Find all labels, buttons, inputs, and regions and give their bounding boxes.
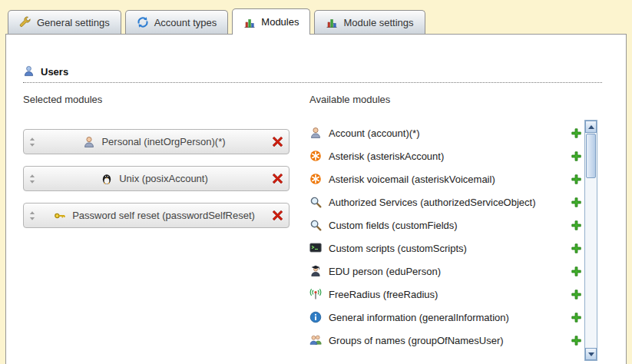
add-module-button[interactable] [571,290,581,299]
selected-module-row: Personal (inetOrgPerson)(*) [23,129,290,154]
selected-module-label: Unix (posixAccount) [119,173,208,184]
key-icon [54,210,66,222]
wrench-icon [19,16,31,28]
section-title: Users [41,66,68,78]
available-module-label: Custom scripts (customScripts) [329,243,467,254]
tab-bar: General settings Account types Modules [0,0,632,34]
tab-general-settings[interactable]: General settings [8,10,121,34]
available-module-label: Custom fields (customFields) [329,220,458,231]
scroll-up-button[interactable] [585,121,597,133]
available-modules-list: Account (account)(*) Asterisk (ast [309,120,581,361]
add-module-button[interactable] [571,220,581,230]
tab-label: General settings [37,17,110,28]
graduate-icon [309,265,322,277]
add-module-button[interactable] [571,313,581,323]
available-module-row: Custom fields (customFields) [309,213,581,237]
group-icon [309,334,322,346]
selected-module-row: Password self reset (passwordSelfReset) [23,203,290,228]
sync-icon [137,16,149,28]
selected-module: Password self reset (passwordSelfReset) [37,210,272,222]
magnifier-icon [309,196,322,208]
available-module-row: Asterisk voicemail (asteriskVoicemail) [309,167,581,190]
available-module-row: Authorized Services (authorizedServiceOb… [309,190,581,213]
remove-module-button[interactable] [272,210,283,221]
selected-module-label: Password self reset (passwordSelfReset) [72,210,255,221]
user-icon [23,65,35,78]
add-module-button[interactable] [571,266,581,276]
available-modules-column: Available modules Account (account)(*) [309,94,597,361]
add-module-button[interactable] [571,336,581,346]
tab-account-types[interactable]: Account types [125,10,229,34]
selected-module: Personal (inetOrgPerson)(*) [37,136,272,148]
chevron-down-icon [588,352,594,356]
available-module-row: FreeRadius (freeRadius) [309,283,581,306]
chevron-up-icon [588,125,594,129]
add-module-button[interactable] [571,151,581,161]
chart-icon [326,16,338,28]
available-module-label: Asterisk (asteriskAccount) [329,151,444,162]
asterisk-icon [309,173,322,185]
tab-modules[interactable]: Modules [232,8,310,35]
available-module-label: Asterisk voicemail (asteriskVoicemail) [329,174,495,185]
available-module-row: Asterisk (asteriskAccount) [309,144,581,167]
content-panel: Users Selected modules Personal (inetOr [5,34,627,364]
add-module-button[interactable] [571,243,581,253]
tab-label: Modules [261,16,299,28]
antenna-icon [309,288,322,300]
section-heading: Users [23,65,626,78]
tab-module-settings[interactable]: Module settings [314,10,425,34]
available-module-row: Custom scripts (customScripts) [309,237,581,260]
available-module-row: General information (generalInformation) [309,306,581,329]
available-module-row: EDU person (eduPerson) [309,260,581,283]
selected-modules-column: Selected modules Personal (inetOrgPerson… [23,94,309,361]
add-module-button[interactable] [571,174,581,184]
remove-module-button[interactable] [272,173,283,184]
selected-module-row: Unix (posixAccount) [23,166,290,191]
scroll-down-button[interactable] [585,348,597,360]
add-module-button[interactable] [571,197,581,207]
modules-columns: Selected modules Personal (inetOrgPerson… [23,94,597,361]
available-module-label: EDU person (eduPerson) [329,266,441,277]
magnifier-icon [309,219,322,231]
add-module-button[interactable] [571,128,581,138]
available-module-label: Account (account)(*) [329,127,420,139]
terminal-icon [309,242,322,254]
person-icon [309,127,322,139]
scrollbar-track[interactable] [585,179,597,348]
selected-module: Unix (posixAccount) [37,173,272,185]
asterisk-icon [309,150,322,162]
selected-module-label: Personal (inetOrgPerson)(*) [101,136,225,147]
available-module-label: FreeRadius (freeRadius) [329,289,438,300]
available-module-label: Groups of names (groupOfNamesUser) [329,335,504,346]
available-modules-heading: Available modules [309,94,597,106]
dotted-divider [23,81,602,83]
available-module-row: Account (account)(*) [309,121,581,144]
tab-label: Module settings [343,17,413,28]
available-modules-body: Account (account)(*) Asterisk (ast [309,120,597,361]
chart-icon [243,16,256,28]
drag-handle-icon[interactable] [29,211,37,220]
info-icon [309,311,322,323]
available-module-label: Authorized Services (authorizedServiceOb… [329,197,536,208]
drag-handle-icon[interactable] [29,137,37,147]
drag-handle-icon[interactable] [29,174,37,184]
penguin-icon [101,173,113,185]
tab-label: Account types [154,17,217,28]
selected-modules-heading: Selected modules [23,94,309,106]
person-icon [83,136,95,148]
available-module-label: General information (generalInformation) [329,312,509,323]
available-module-row: Groups of names (groupOfNamesUser) [309,329,581,352]
scrollbar-thumb[interactable] [586,134,596,178]
remove-module-button[interactable] [272,136,283,147]
vertical-scrollbar [584,120,597,361]
